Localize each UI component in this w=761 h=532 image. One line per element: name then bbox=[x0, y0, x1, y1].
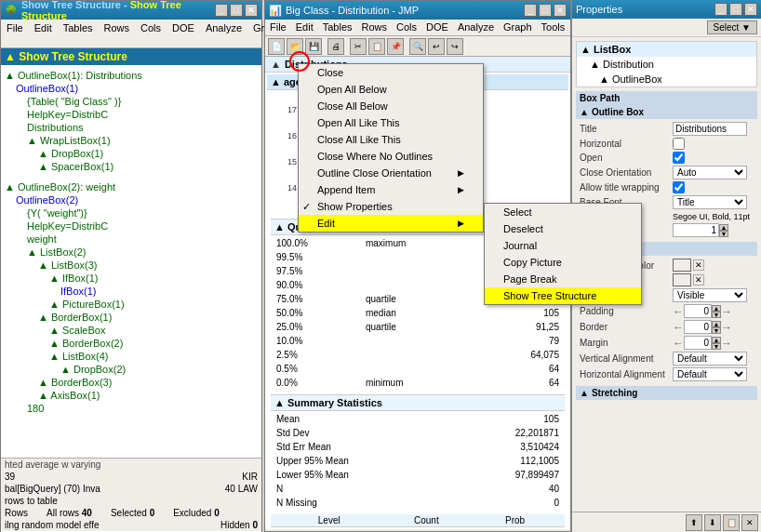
margin-up[interactable]: ▲ bbox=[712, 337, 721, 343]
bg-color-clear[interactable]: ✕ bbox=[693, 259, 704, 271]
prop-tb-btn4[interactable]: ✕ bbox=[741, 514, 758, 531]
prop-tb-btn2[interactable]: ⬇ bbox=[704, 514, 721, 531]
padding-input[interactable] bbox=[684, 304, 712, 318]
tb-open[interactable]: 📂 bbox=[287, 38, 303, 55]
tree-item: ▲ BorderBox(1) bbox=[5, 311, 258, 324]
maximize-btn[interactable]: □ bbox=[230, 4, 243, 17]
padding-down[interactable]: ▼ bbox=[712, 312, 721, 318]
submenu-journal[interactable]: Journal bbox=[485, 237, 641, 254]
submenu-deselect[interactable]: Deselect bbox=[485, 220, 641, 237]
submenu-show-tree-structure[interactable]: Show Tree Structure bbox=[485, 287, 641, 304]
prop-maximize-btn[interactable]: □ bbox=[729, 3, 742, 16]
menu-doe[interactable]: DOE bbox=[167, 21, 200, 46]
prop-minimize-btn[interactable]: _ bbox=[714, 3, 728, 16]
close-btn[interactable]: ✕ bbox=[245, 4, 258, 17]
menu-file[interactable]: File bbox=[1, 21, 29, 46]
border-up[interactable]: ▲ bbox=[712, 321, 721, 327]
edit-submenu[interactable]: Select Deselect Journal Copy Picture Pag… bbox=[484, 203, 642, 305]
show-tree-title: Show Tree Structure - Show Tree Structur… bbox=[21, 0, 213, 21]
bc-menu-tables[interactable]: Tables bbox=[318, 20, 357, 34]
bc-maximize-btn[interactable]: □ bbox=[539, 4, 552, 17]
margin-down[interactable]: ▼ bbox=[712, 343, 721, 350]
tb-cut[interactable]: ✂ bbox=[350, 38, 367, 55]
outlinebox-node[interactable]: ▲ OutlineBox bbox=[577, 72, 756, 86]
border-row: Border ← ▲ ▼ → bbox=[576, 319, 757, 335]
menu-close[interactable]: Close bbox=[299, 64, 483, 81]
menu-outline-close-orient[interactable]: Outline Close Orientation ▶ bbox=[299, 165, 483, 181]
bc-minimize-btn[interactable]: _ bbox=[524, 4, 537, 17]
visibility-select[interactable]: Visible bbox=[673, 288, 747, 302]
menu-close-all-below[interactable]: Close All Below bbox=[299, 98, 483, 114]
vert-align-select[interactable]: Default bbox=[673, 352, 747, 366]
border-down[interactable]: ▼ bbox=[712, 327, 721, 334]
submenu-copy-picture[interactable]: Copy Picture bbox=[485, 254, 641, 271]
bc-menu-analyze[interactable]: Analyze bbox=[453, 20, 499, 34]
bc-menu-file[interactable]: File bbox=[265, 20, 291, 34]
prop-tb-btn1[interactable]: ⬆ bbox=[686, 514, 702, 531]
bc-menu-graph[interactable]: Graph bbox=[499, 20, 537, 34]
select-button[interactable]: Select ▼ bbox=[707, 20, 757, 34]
tb-redo[interactable]: ↪ bbox=[447, 38, 463, 55]
distribution-node[interactable]: ▲ Distribution bbox=[577, 57, 756, 72]
tb-save[interactable]: 💾 bbox=[305, 38, 322, 55]
bg-color-box[interactable] bbox=[673, 259, 691, 272]
tree-item: ▲ SpacerBox(1) bbox=[5, 160, 258, 173]
font-scale-down[interactable]: ▼ bbox=[719, 231, 728, 237]
menu-tables[interactable]: Tables bbox=[58, 21, 99, 46]
tb-copy[interactable]: 📋 bbox=[368, 38, 385, 55]
summary-stats-header[interactable]: ▲ Summary Statistics bbox=[271, 394, 565, 411]
context-menu[interactable]: Close Open All Below Close All Below Ope… bbox=[298, 63, 484, 233]
menu-rows[interactable]: Rows bbox=[99, 21, 136, 46]
tb-print[interactable]: 🖨 bbox=[327, 38, 344, 55]
padding-up[interactable]: ▲ bbox=[712, 305, 721, 312]
horiz-align-select[interactable]: Default bbox=[673, 367, 747, 381]
listbox-node[interactable]: ▲ ListBox bbox=[577, 42, 756, 57]
bc-menu-rows[interactable]: Rows bbox=[357, 20, 393, 34]
text-color-box[interactable] bbox=[673, 273, 691, 286]
table-row: 2.5%64,075 bbox=[273, 349, 563, 361]
tb-undo[interactable]: ↩ bbox=[428, 38, 445, 55]
menu-open-all-below[interactable]: Open All Below bbox=[299, 81, 483, 98]
prop-tb-btn3[interactable]: 📋 bbox=[723, 514, 740, 531]
bc-close-btn[interactable]: ✕ bbox=[554, 4, 567, 17]
bc-menu-edit[interactable]: Edit bbox=[291, 20, 318, 34]
font-scale-up[interactable]: ▲ bbox=[719, 224, 728, 231]
menu-edit[interactable]: Edit bbox=[29, 21, 58, 46]
padding-arrow: ← bbox=[673, 305, 684, 318]
bc-menu-cols[interactable]: Cols bbox=[392, 20, 421, 34]
margin-input[interactable] bbox=[684, 336, 712, 350]
status-row3: ilng random model effeHidden 0 bbox=[1, 519, 261, 531]
bc-menu-tools[interactable]: Tools bbox=[537, 20, 570, 34]
menu-open-all-like[interactable]: Open All Like This bbox=[299, 114, 483, 131]
menu-show-properties[interactable]: Show Properties bbox=[299, 198, 483, 215]
outline-box-header[interactable]: ▲ Outline Box bbox=[576, 105, 757, 119]
menu-close-no-outlines[interactable]: Close Where No Outlines bbox=[299, 148, 483, 165]
menu-close-all-like[interactable]: Close All Like This bbox=[299, 131, 483, 148]
tb-new[interactable]: 📄 bbox=[268, 38, 285, 55]
allow-wrapping-checkbox[interactable] bbox=[673, 181, 685, 193]
minimize-btn[interactable]: _ bbox=[215, 4, 228, 17]
tb-paste[interactable]: 📌 bbox=[387, 38, 404, 55]
submenu-select[interactable]: Select bbox=[485, 204, 641, 220]
tb-search[interactable]: 🔍 bbox=[409, 38, 426, 55]
menu-cols[interactable]: Cols bbox=[135, 21, 167, 46]
base-font-select[interactable]: Title bbox=[673, 195, 747, 209]
horizontal-checkbox[interactable] bbox=[673, 138, 685, 150]
close-orientation-select[interactable]: Auto bbox=[673, 166, 747, 180]
open-checkbox[interactable] bbox=[673, 152, 685, 164]
tree-item: ▲ ListBox(2) bbox=[5, 246, 258, 259]
font-scale-input[interactable] bbox=[673, 223, 719, 237]
stretching-header[interactable]: ▲ Stretching bbox=[576, 386, 757, 400]
tree-item: ▲ ListBox(4) bbox=[5, 350, 258, 363]
title-input[interactable] bbox=[673, 122, 747, 136]
bc-menu-doe[interactable]: DOE bbox=[421, 20, 453, 34]
submenu-page-break[interactable]: Page Break bbox=[485, 271, 641, 287]
menu-edit[interactable]: Edit ▶ bbox=[299, 215, 483, 232]
menu-append-item[interactable]: Append Item ▶ bbox=[299, 181, 483, 198]
menu-analyze[interactable]: Analyze bbox=[200, 21, 247, 46]
prop-close-btn[interactable]: ✕ bbox=[744, 3, 757, 16]
border-input[interactable] bbox=[684, 320, 712, 334]
tree-item: ▲ OutlineBox(2): weight bbox=[5, 180, 258, 193]
stretching-triangle: ▲ bbox=[580, 388, 589, 398]
text-color-clear[interactable]: ✕ bbox=[693, 274, 704, 286]
